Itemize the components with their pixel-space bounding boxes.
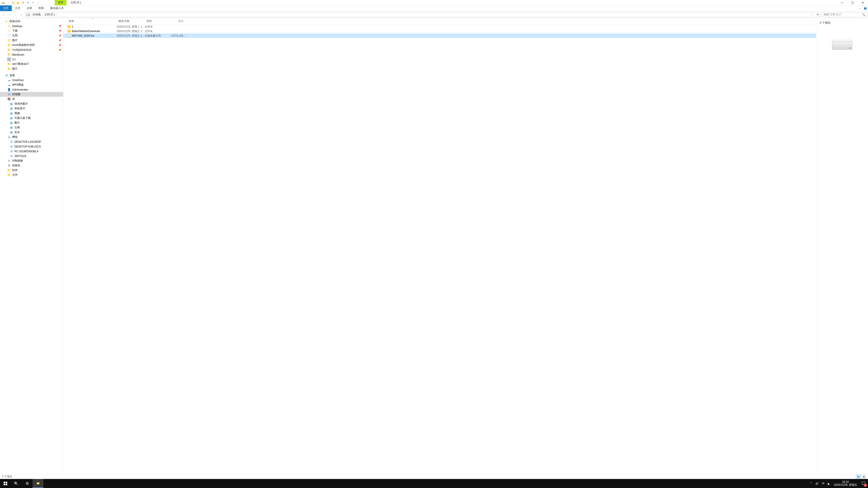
tree-this-pc[interactable]: 🖥此电脑: [0, 92, 63, 97]
new-folder-icon[interactable]: [16, 1, 20, 4]
tree-network[interactable]: 🖧网络: [0, 135, 63, 139]
taskbar-clock[interactable]: 16:32 2020/12/25, 星期五: [832, 479, 859, 488]
manage-context-tab[interactable]: 管理: [55, 0, 66, 5]
qat-dropdown-icon[interactable]: ▼: [31, 1, 35, 4]
ribbon-expand-icon[interactable]: ⌄: [857, 5, 863, 11]
breadcrumb-sep[interactable]: ›: [56, 13, 57, 16]
pc-icon: 🖥: [9, 154, 13, 158]
tree-software[interactable]: 📁软件: [0, 168, 63, 173]
svg-rect-2: [12, 2, 14, 4]
file-row[interactable]: 12020/12/15, 星期二 1...文件夹: [63, 24, 816, 29]
tree-library-item[interactable]: ▣图片: [0, 121, 63, 125]
search-icon[interactable]: 🔍: [862, 13, 866, 16]
tree-quick-item[interactable]: 📄文档📌: [0, 33, 63, 38]
preview-pane: 3 个项目: [816, 18, 868, 474]
control-panel-icon: ⚙: [7, 159, 11, 163]
tree-quick-item[interactable]: 💽G:\: [0, 57, 63, 62]
address-bar[interactable]: › 此电脑 › 文档 (E:) › ⌄: [25, 12, 814, 17]
ribbon-tab-share[interactable]: 共享: [24, 5, 35, 11]
pin-icon: 📌: [59, 39, 61, 41]
iso-icon: [68, 34, 70, 37]
ribbon-tab-home[interactable]: 主页: [12, 5, 24, 11]
taskbar-search-button[interactable]: 🔍: [11, 479, 22, 488]
undo-icon[interactable]: [26, 1, 30, 4]
task-view-button[interactable]: ⧉: [22, 479, 33, 488]
tree-control-panel[interactable]: ⚙控制面板: [0, 158, 63, 163]
breadcrumb-pc[interactable]: 此电脑: [32, 13, 41, 17]
file-type: 文件夹: [145, 29, 167, 33]
tree-library-item[interactable]: ▣文档: [0, 125, 63, 130]
breadcrumb-sep[interactable]: ›: [31, 13, 31, 16]
refresh-button[interactable]: ⟳: [815, 12, 820, 17]
tree-library-item[interactable]: ▣本机照片: [0, 106, 63, 111]
volume-icon[interactable]: 🔊: [815, 482, 819, 485]
properties-icon[interactable]: [11, 1, 15, 4]
tree-quick-item[interactable]: 📁excel表格制作求和📌: [0, 43, 63, 47]
maximize-button[interactable]: ☐: [847, 0, 858, 5]
ime-indicator[interactable]: 中: [822, 482, 825, 486]
tree-wps[interactable]: ☁WPS网盘: [0, 83, 63, 87]
file-row[interactable]: Win7x64_2020.iso2020/12/25, 星期五 1...光盘映像…: [63, 33, 816, 38]
tree-label: Desktop: [12, 25, 22, 28]
ribbon-tab-file[interactable]: 文件: [0, 5, 12, 11]
view-details-button[interactable]: ▤: [856, 475, 861, 479]
tree-quick-item[interactable]: 🖼图片📌: [0, 38, 63, 43]
navigation-pane[interactable]: ★快速访问 🖥Desktop📌⬇下载📌📄文档📌🖼图片📌📁excel表格制作求和📌…: [0, 18, 63, 474]
column-size[interactable]: 大小: [167, 19, 185, 23]
body: ★快速访问 🖥Desktop📌⬇下载📌📄文档📌🖼图片📌📁excel表格制作求和📌…: [0, 18, 868, 474]
forward-button[interactable]: →: [7, 12, 12, 18]
breadcrumb-sep[interactable]: ›: [42, 13, 43, 16]
taskbar[interactable]: 🔍 ⧉ 📁 ⌃ 🔊 中 ◣ 16:32 2020/12/25, 星期五 3: [0, 479, 868, 488]
column-date[interactable]: 修改日期: [117, 19, 145, 23]
ribbon-tab-drive-tools[interactable]: 驱动器工具: [47, 5, 67, 11]
minimize-button[interactable]: —: [837, 0, 847, 5]
tree-quick-item[interactable]: 📁YUNQISHI2019📌: [0, 47, 63, 52]
tree-label: 天翼云盘下载: [14, 116, 31, 120]
view-large-icons-button[interactable]: ▦: [861, 475, 866, 479]
tree-quick-access[interactable]: ★快速访问: [0, 19, 63, 24]
column-type[interactable]: 类型: [145, 19, 167, 23]
item-icon: 💽: [7, 58, 11, 61]
tree-libraries[interactable]: 📚库: [0, 97, 63, 101]
taskbar-explorer-button[interactable]: 📁: [33, 479, 43, 488]
tree-label: 文件: [12, 173, 18, 177]
start-button[interactable]: [0, 479, 11, 488]
help-icon[interactable]: ?: [863, 5, 868, 11]
folder-icon: [68, 26, 71, 28]
tray-overflow-icon[interactable]: ⌃: [810, 482, 812, 485]
column-name[interactable]: 名称▲: [67, 19, 117, 23]
tree-library-item[interactable]: ▣音乐: [0, 130, 63, 135]
breadcrumb-drive[interactable]: 文档 (E:): [43, 13, 56, 17]
action-center-button[interactable]: 3: [859, 479, 868, 488]
tree-recycle-bin[interactable]: 🗑回收站: [0, 163, 63, 168]
tree-files[interactable]: 📁文件: [0, 173, 63, 177]
tree-desktop-root[interactable]: 🖥桌面: [0, 73, 63, 78]
file-row[interactable]: BaiduNetdiskDownload2020/12/25, 星期五 1...…: [63, 29, 816, 33]
tree-network-item[interactable]: 🖥DESKTOP-LSSOEDP: [0, 139, 63, 144]
tree-network-item[interactable]: 🖥DESKTOP-NJEU3CG: [0, 144, 63, 149]
tree-library-item[interactable]: ▣天翼云盘下载: [0, 116, 63, 121]
recent-dropdown-icon[interactable]: ⌄: [13, 12, 18, 18]
tree-onedrive[interactable]: ☁OneDrive: [0, 78, 63, 83]
delete-icon[interactable]: ✕: [21, 1, 25, 4]
tree-quick-item[interactable]: 🖥Desktop📌: [0, 24, 63, 29]
close-button[interactable]: ✕: [858, 0, 868, 5]
up-button[interactable]: ↑: [19, 12, 24, 18]
tree-network-item[interactable]: 🖥ZMT2019: [0, 154, 63, 158]
tree-admin[interactable]: 👤Administrator: [0, 87, 63, 92]
back-button[interactable]: ←: [1, 12, 6, 18]
search-box[interactable]: 搜索"文档 (E:)" 🔍: [822, 12, 867, 17]
tree-quick-item[interactable]: ⬇下载📌: [0, 29, 63, 33]
tree-network-item[interactable]: 🖥PC-20190530OBLA: [0, 149, 63, 154]
file-list[interactable]: 名称▲ 修改日期 类型 大小 12020/12/15, 星期二 1...文件夹B…: [63, 18, 816, 474]
tray-app-icon[interactable]: ◣: [828, 482, 830, 485]
tree-library-item[interactable]: ▣视频: [0, 111, 63, 116]
tree-quick-item[interactable]: 📁Bandicam: [0, 52, 63, 57]
system-tray[interactable]: ⌃ 🔊 中 ◣: [808, 479, 832, 488]
tree-label: 库: [12, 97, 15, 101]
tree-quick-item[interactable]: 📁图片: [0, 66, 63, 71]
address-dropdown-icon[interactable]: ⌄: [811, 13, 813, 15]
ribbon-tab-view[interactable]: 查看: [35, 5, 47, 11]
tree-library-item[interactable]: ▣保存的图片: [0, 101, 63, 106]
tree-quick-item[interactable]: 📁win7重装win7: [0, 62, 63, 66]
